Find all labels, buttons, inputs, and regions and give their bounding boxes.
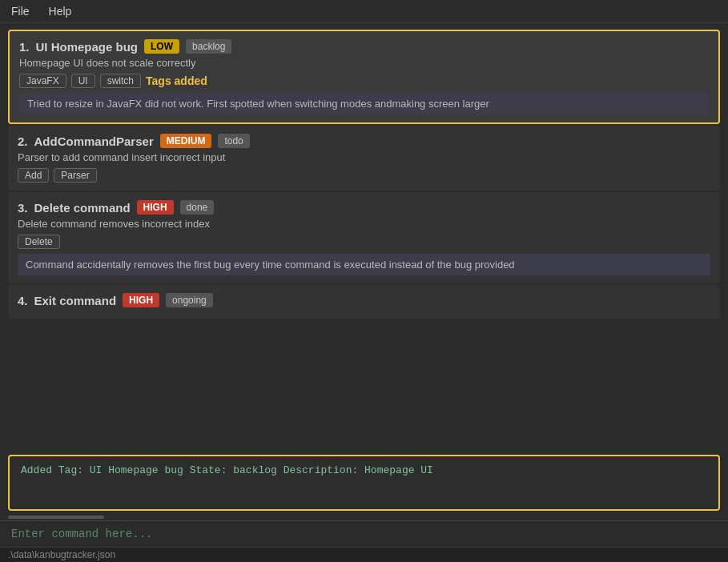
tag-parser[interactable]: Parser: [54, 168, 96, 183]
state-badge-2: todo: [218, 134, 249, 148]
bug-title-1: UI Homepage bug: [36, 40, 139, 54]
tags-row-1: JavaFX UI switch Tags added: [19, 74, 709, 88]
menu-file[interactable]: File: [8, 3, 33, 19]
output-area: Added Tag: UI Homepage bug State: backlo…: [8, 455, 720, 511]
bug-title-3: Delete command: [34, 201, 131, 215]
tag-delete[interactable]: Delete: [18, 235, 60, 249]
bug-number-1: 1.: [19, 40, 30, 54]
bug-note-1: Tried to resize in JavaFX did not work. …: [19, 93, 709, 114]
bug-desc-2: Parser to add command insert incorrect i…: [18, 151, 710, 163]
tags-added-label: Tags added: [146, 74, 207, 87]
state-badge-3: done: [180, 200, 215, 215]
tags-row-3: Delete: [18, 235, 710, 249]
statusbar: .\data\kanbugtracker.json: [0, 547, 728, 562]
scroll-indicator: [8, 514, 720, 520]
bug-list: 1. UI Homepage bug LOW backlog Homepage …: [0, 23, 728, 452]
bug-number-2: 2.: [18, 134, 28, 148]
bug-number-4: 4.: [18, 294, 28, 307]
bug-title-2: AddCommandParser: [34, 134, 154, 148]
bug-item-1[interactable]: 1. UI Homepage bug LOW backlog Homepage …: [8, 30, 720, 124]
priority-badge-1: LOW: [144, 39, 179, 54]
priority-badge-4: HIGH: [123, 293, 159, 307]
bug-desc-3: Delete command removes incorrect index: [18, 218, 710, 230]
tag-ui[interactable]: UI: [71, 74, 95, 88]
state-badge-1: backlog: [186, 39, 231, 54]
bug-title-4: Exit command: [34, 294, 117, 307]
command-input[interactable]: [8, 526, 720, 542]
bug-note-3: Command accidentally removes the first b…: [18, 254, 710, 275]
statusbar-path: .\data\kanbugtracker.json: [8, 549, 115, 560]
bug-desc-1: Homepage UI does not scale correctly: [19, 57, 709, 69]
tags-row-2: Add Parser: [18, 168, 710, 183]
bug-item-2[interactable]: 2. AddCommandParser MEDIUM todo Parser t…: [8, 126, 720, 191]
main-content: 1. UI Homepage bug LOW backlog Homepage …: [0, 23, 728, 547]
priority-badge-2: MEDIUM: [160, 134, 212, 148]
tag-switch[interactable]: switch: [100, 74, 141, 88]
tag-add[interactable]: Add: [18, 168, 49, 183]
tag-javafx[interactable]: JavaFX: [19, 74, 66, 88]
priority-badge-3: HIGH: [137, 200, 174, 215]
menu-help[interactable]: Help: [46, 3, 75, 19]
bug-item-3[interactable]: 3. Delete command HIGH done Delete comma…: [8, 192, 720, 283]
bug-number-3: 3.: [18, 201, 28, 215]
menubar: File Help: [0, 0, 728, 23]
command-row: [0, 520, 728, 547]
state-badge-4: ongoing: [166, 293, 213, 307]
bug-item-4[interactable]: 4. Exit command HIGH ongoing: [8, 285, 720, 319]
scroll-thumb: [8, 516, 104, 519]
